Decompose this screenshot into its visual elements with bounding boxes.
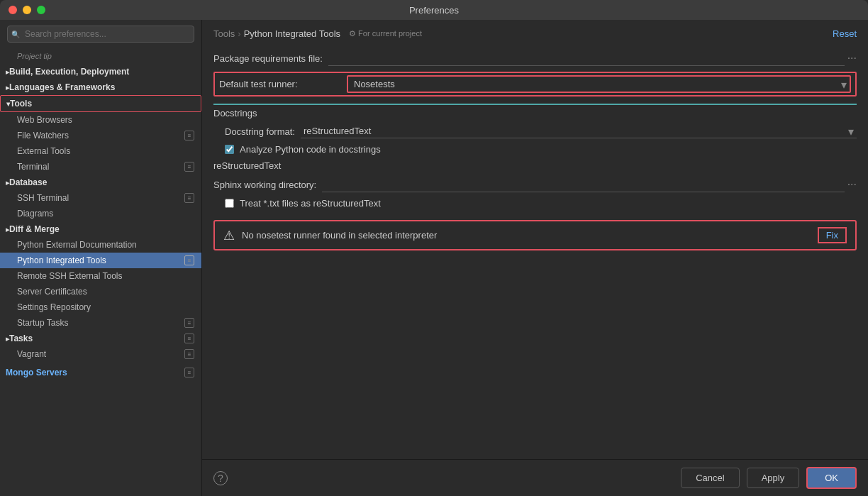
apply-button[interactable]: Apply [747, 468, 800, 488]
cancel-button[interactable]: Cancel [681, 468, 739, 488]
restructured-section: reStructuredText Sphinx working director… [213, 160, 857, 209]
minimize-button[interactable] [23, 6, 31, 14]
sidebar-item-remote-ssh[interactable]: Remote SSH External Tools [0, 268, 201, 284]
vagrant-badge: ≡ [184, 349, 194, 359]
sidebar: Project tip Build, Execution, Deployment… [0, 20, 202, 496]
default-test-runner-row: Default test runner: Nosetests pytest Un… [213, 72, 857, 97]
content-area: Tools › Python Integrated Tools ⚙ For cu… [202, 20, 868, 496]
test-runner-select[interactable]: Nosetests pytest Unittests Twisted Trial [347, 75, 851, 93]
sidebar-item-ssh-terminal[interactable]: SSH Terminal ≡ [0, 190, 201, 206]
sidebar-section-main: Project tip Build, Execution, Deployment… [0, 48, 201, 380]
docstring-format-select[interactable]: reStructuredText Epytext Plain Google Nu… [301, 124, 857, 138]
main-layout: Project tip Build, Execution, Deployment… [0, 20, 868, 496]
tasks-badge: ≡ [184, 334, 194, 343]
sidebar-item-diff-merge[interactable]: Diff & Merge [0, 221, 201, 237]
package-req-input[interactable] [328, 50, 845, 66]
analyze-python-row: Analyze Python code in docstrings [213, 144, 857, 155]
breadcrumb: Tools › Python Integrated Tools ⚙ For cu… [213, 28, 422, 39]
reset-button[interactable]: Reset [833, 28, 857, 39]
sphinx-input[interactable] [322, 177, 844, 192]
fix-button[interactable]: Fix [818, 227, 847, 243]
docstring-format-row: Docstring format: reStructuredText Epyte… [213, 124, 857, 138]
sidebar-item-web-browsers[interactable]: Web Browsers [0, 112, 201, 128]
ok-button[interactable]: OK [806, 467, 857, 489]
startup-badge: ≡ [184, 318, 194, 328]
sphinx-row: Sphinx working directory: ··· [213, 177, 857, 192]
analyze-python-checkbox[interactable] [225, 145, 234, 154]
sidebar-item-database[interactable]: Database [0, 175, 201, 190]
content-header: Tools › Python Integrated Tools ⚙ For cu… [202, 20, 868, 45]
breadcrumb-tools: Tools [213, 28, 235, 39]
treat-txt-checkbox[interactable] [225, 199, 234, 208]
breadcrumb-current: Python Integrated Tools [244, 28, 340, 39]
title-bar: Preferences [0, 0, 868, 20]
sidebar-item-startup-tasks[interactable]: Startup Tasks ≡ [0, 315, 201, 331]
help-button[interactable]: ? [213, 471, 228, 485]
mongo-badge: ≡ [184, 368, 194, 377]
sphinx-more-btn[interactable]: ··· [847, 178, 857, 191]
warning-bar: ⚠ No nosetest runner found in selected i… [213, 220, 857, 250]
sidebar-item-server-certificates[interactable]: Server Certificates [0, 284, 201, 299]
sidebar-item-python-ext-docs[interactable]: Python External Documentation [0, 237, 201, 253]
treat-txt-row: Treat *.txt files as reStructuredText [213, 198, 857, 209]
sidebar-item-external-tools[interactable]: External Tools [0, 143, 201, 159]
sidebar-item-diagrams[interactable]: Diagrams [0, 206, 201, 221]
sidebar-item-file-watchers[interactable]: File Watchers ≡ [0, 128, 201, 143]
sidebar-item-project-tip[interactable]: Project tip [0, 48, 201, 64]
warning-left: ⚠ No nosetest runner found in selected i… [223, 228, 437, 243]
breadcrumb-separator: › [238, 28, 240, 39]
default-test-runner-label: Default test runner: [219, 79, 347, 89]
docstring-format-label: Docstring format: [213, 126, 295, 137]
python-tools-badge: ≡ [184, 255, 194, 265]
test-runner-select-wrapper: Nosetests pytest Unittests Twisted Trial… [347, 75, 851, 93]
warning-text: No nosetest runner found in selected int… [242, 230, 437, 241]
file-watchers-badge: ≡ [184, 131, 194, 140]
sidebar-item-tools-section[interactable]: Tools [0, 95, 201, 112]
terminal-badge: ≡ [184, 162, 194, 172]
breadcrumb-project-tag: ⚙ For current project [349, 29, 422, 38]
sidebar-item-tasks[interactable]: Tasks ≡ [0, 331, 201, 346]
close-button[interactable] [9, 6, 17, 14]
treat-txt-label[interactable]: Treat *.txt files as reStructuredText [240, 198, 381, 209]
sidebar-item-mongo-servers[interactable]: Mongo Servers ≡ [0, 365, 201, 380]
content-body: Package requirements file: ··· Default t… [202, 45, 868, 459]
search-bar-container [0, 20, 201, 48]
sidebar-item-languages-frameworks[interactable]: Languages & Frameworks [0, 79, 201, 95]
footer: ? Cancel Apply OK [202, 459, 868, 496]
package-req-row: Package requirements file: ··· [213, 50, 857, 66]
package-req-label: Package requirements file: [213, 53, 323, 64]
maximize-button[interactable] [37, 6, 45, 14]
restructured-section-title: reStructuredText [213, 160, 857, 171]
analyze-python-label[interactable]: Analyze Python code in docstrings [240, 144, 381, 155]
package-req-more[interactable]: ··· [847, 52, 857, 65]
sidebar-item-settings-repository[interactable]: Settings Repository [0, 299, 201, 315]
search-input[interactable] [7, 26, 194, 43]
search-wrapper [7, 26, 194, 43]
sidebar-item-build-execution[interactable]: Build, Execution, Deployment [0, 64, 201, 79]
warning-icon: ⚠ [223, 228, 235, 243]
docstring-select-wrapper: reStructuredText Epytext Plain Google Nu… [301, 124, 857, 138]
sphinx-label: Sphinx working directory: [213, 180, 316, 190]
sidebar-item-terminal[interactable]: Terminal ≡ [0, 159, 201, 175]
window-controls [9, 6, 45, 14]
sidebar-item-vagrant[interactable]: Vagrant ≡ [0, 346, 201, 362]
ssh-badge: ≡ [184, 193, 194, 203]
window-title: Preferences [409, 5, 459, 16]
docstrings-section-title: Docstrings [213, 108, 857, 119]
teal-underline [213, 104, 857, 105]
sidebar-item-python-integrated-tools[interactable]: Python Integrated Tools ≡ [0, 253, 201, 268]
